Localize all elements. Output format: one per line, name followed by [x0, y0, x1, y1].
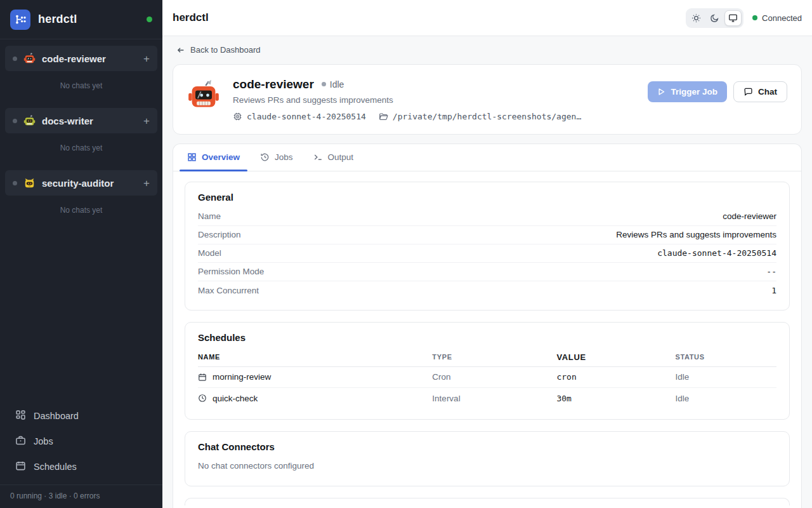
tab-label: Output — [328, 152, 354, 162]
sidebar-item-code-reviewer[interactable]: code-reviewer + — [5, 46, 157, 71]
schedule-name: morning-review — [213, 372, 271, 382]
kv-label: Model — [198, 248, 221, 258]
add-chat-icon[interactable]: + — [143, 116, 150, 126]
schedule-row-morning-review: morning-review Cron cron Idle — [198, 367, 776, 388]
general-row-model: Model claude-sonnet-4-20250514 — [198, 244, 776, 263]
connected-dot — [752, 15, 757, 20]
agent-avatar — [187, 79, 220, 112]
agent-status-badge: Idle — [322, 79, 344, 90]
agent-name: code-reviewer — [42, 53, 106, 64]
tab-output[interactable]: Output — [303, 144, 364, 171]
sidebar-nav: Dashboard Jobs Schedules — [0, 398, 162, 479]
app-status-dot — [147, 17, 152, 22]
agent-description: Reviews PRs and suggests improvements — [233, 95, 581, 105]
kv-label: Name — [198, 211, 221, 221]
schedule-row-quick-check: quick-check Interval 30m Idle — [198, 388, 776, 409]
grid-icon — [187, 152, 197, 162]
content-scroll[interactable]: Back to Dashboard — [162, 36, 812, 508]
robot-icon — [23, 53, 36, 65]
agent-model-value: claude-sonnet-4-20250514 — [247, 112, 366, 121]
kv-value: 1 — [771, 286, 776, 295]
moon-icon[interactable] — [706, 10, 723, 26]
sidebar-item-jobs[interactable]: Jobs — [5, 429, 157, 454]
folder-icon — [379, 112, 388, 121]
no-chats-label: No chats yet — [5, 133, 157, 169]
chat-button[interactable]: Chat — [733, 81, 787, 102]
agent-header-card: code-reviewer Idle Reviews PRs and sugge… — [173, 64, 802, 135]
agent-idle-dot — [13, 57, 17, 61]
schedule-type: Cron — [432, 372, 556, 382]
schedule-status: Idle — [675, 372, 776, 382]
agent-idle-dot — [13, 119, 17, 123]
sidebar-item-dashboard[interactable]: Dashboard — [5, 403, 157, 429]
chat-bubble-icon — [743, 87, 753, 97]
schedules-table: NAME TYPE VALUE STATUS mornin — [198, 348, 776, 409]
app-title: herdctl — [38, 13, 77, 26]
sidebar: herdctl code — [0, 0, 162, 508]
cpu-icon — [233, 112, 242, 121]
back-to-dashboard-link[interactable]: Back to Dashboard — [176, 45, 261, 55]
theme-toggle — [686, 8, 743, 28]
nav-label: Jobs — [34, 436, 53, 446]
column-header-status: STATUS — [675, 353, 776, 361]
agent-name: docs-writer — [42, 116, 93, 126]
connection-status: Connected — [752, 13, 802, 23]
agent-working-dir: /private/tmp/herdctl-screenshots/agen… — [379, 112, 581, 121]
kv-value: code-reviewer — [723, 211, 776, 221]
schedule-status: Idle — [675, 394, 776, 403]
column-header-name: NAME — [198, 353, 432, 361]
agent-idle-dot — [13, 181, 17, 185]
briefcase-icon — [15, 435, 26, 448]
tab-overview[interactable]: Overview — [177, 144, 250, 171]
agent-title: code-reviewer — [233, 77, 314, 91]
sidebar-item-schedules[interactable]: Schedules — [5, 454, 157, 479]
chat-label: Chat — [758, 87, 777, 97]
kv-value: Reviews PRs and suggests improvements — [616, 230, 776, 239]
app-logo-icon — [10, 10, 30, 30]
general-row-description: Description Reviews PRs and suggests imp… — [198, 226, 776, 244]
general-card: General Name code-reviewer Description R… — [185, 182, 790, 311]
kv-label: Permission Mode — [198, 267, 264, 276]
play-icon — [657, 88, 665, 96]
kv-value: -- — [766, 267, 776, 276]
no-chats-label: No chats yet — [5, 196, 157, 231]
chat-connectors-empty: No chat connectors configured — [198, 457, 776, 476]
agents-status-summary: 0 running · 3 idle · 0 errors — [0, 485, 162, 508]
calendar-icon — [15, 460, 26, 473]
sidebar-item-security-auditor[interactable]: security-auditor + — [5, 170, 157, 196]
general-row-permission-mode: Permission Mode -- — [198, 263, 776, 281]
schedules-title: Schedules — [198, 332, 776, 343]
sidebar-header: herdctl — [0, 0, 162, 39]
add-chat-icon[interactable]: + — [143, 53, 150, 64]
terminal-icon — [313, 152, 323, 162]
schedule-value: 30m — [556, 394, 675, 403]
tab-label: Jobs — [275, 152, 293, 162]
general-row-max-concurrent: Max Concurrent 1 — [198, 281, 776, 300]
trigger-job-button[interactable]: Trigger Job — [648, 81, 727, 102]
nav-label: Schedules — [34, 462, 77, 472]
page-title: herdctl — [173, 11, 209, 24]
schedules-card: Schedules NAME TYPE VALUE STATUS — [185, 322, 790, 420]
monitor-icon[interactable] — [724, 10, 742, 26]
agent-name: security-auditor — [42, 178, 114, 189]
tab-strip: Overview Jobs Output — [173, 144, 801, 171]
tab-jobs[interactable]: Jobs — [250, 144, 303, 171]
arrow-left-icon — [176, 46, 185, 55]
history-icon — [260, 152, 270, 162]
clock-icon — [198, 394, 207, 403]
agent-status-label: Idle — [330, 79, 344, 90]
sun-icon[interactable] — [688, 10, 705, 26]
schedules-table-header: NAME TYPE VALUE STATUS — [198, 348, 776, 367]
sidebar-item-docs-writer[interactable]: docs-writer + — [5, 108, 157, 133]
robot-icon — [23, 177, 36, 189]
connection-label: Connected — [762, 13, 802, 23]
agent-list: code-reviewer + No chats yet — [0, 39, 162, 398]
schedule-value: cron — [556, 372, 675, 382]
topbar: herdctl — [162, 0, 812, 36]
back-label: Back to Dashboard — [190, 45, 261, 55]
agent-detail-panel: Overview Jobs Output — [173, 144, 802, 508]
add-chat-icon[interactable]: + — [143, 178, 150, 189]
general-title: General — [198, 192, 776, 203]
column-header-value: VALUE — [556, 352, 675, 362]
trigger-job-label: Trigger Job — [671, 87, 717, 97]
